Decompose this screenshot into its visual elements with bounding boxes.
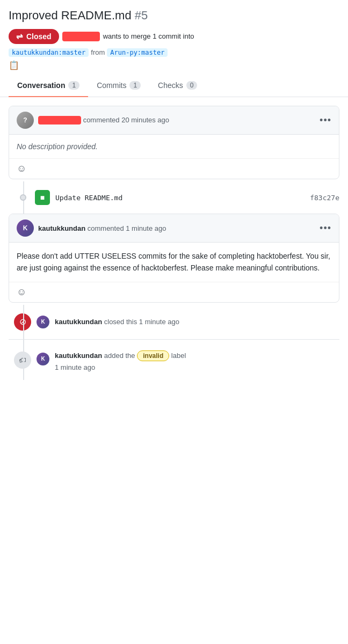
- avatar-2: K: [17, 219, 34, 237]
- emoji-button-2[interactable]: ☺: [17, 287, 26, 297]
- pr-number: #5: [135, 9, 148, 22]
- close-event-action: closed this: [104, 318, 137, 326]
- branch-source[interactable]: Arun-py:master: [107, 48, 168, 57]
- pr-meta-row: ⇌ Closed wants to merge 1 commit into: [9, 29, 339, 44]
- label-event-action-post: label: [171, 352, 186, 360]
- comment-card-2: K kautukkundan commented 1 minute ago ••…: [9, 214, 339, 303]
- emoji-row-2: ☺: [9, 282, 339, 302]
- tab-checks-count: 0: [186, 81, 198, 90]
- comment-header-left-2: K kautukkundan commented 1 minute ago: [17, 219, 166, 237]
- close-event-wrapper: ⊘ K kautukkundan closed this 1 minute ag…: [9, 305, 339, 339]
- label-event-wrapper: 🏷 K kautukkundan added the invalid label…: [9, 340, 339, 380]
- page-header: Improved README.md #5 ⇌ Closed wants to …: [0, 0, 348, 75]
- tab-conversation-label: Conversation: [17, 81, 65, 90]
- close-event-text: kautukkundan closed this 1 minute ago: [55, 318, 179, 326]
- tabs: Conversation 1 Commits 1 Checks 0: [0, 75, 348, 97]
- pr-title-text: Improved README.md: [9, 9, 132, 22]
- commit-message: Update README.md: [55, 194, 310, 202]
- branch-target[interactable]: kautukkundan:master: [9, 48, 89, 57]
- close-event-icon: ⊘: [14, 313, 31, 331]
- invalid-badge: invalid: [137, 350, 169, 361]
- tab-commits[interactable]: Commits 1: [88, 75, 149, 97]
- label-event-time: 1 minute ago: [55, 363, 95, 371]
- content-area: ? commented 20 minutes ago ••• No descri…: [0, 97, 348, 389]
- timeline-line-close: [23, 305, 24, 339]
- label-event-icon: 🏷: [14, 352, 31, 369]
- merge-description: wants to merge 1 commit into: [103, 31, 194, 42]
- label-event-actor[interactable]: kautukkundan: [55, 352, 102, 360]
- label-event-time-row: 1 minute ago: [55, 363, 186, 371]
- comment-body-2: Please don't add UTTER USELESS commits f…: [9, 243, 339, 282]
- comment-card-1: ? commented 20 minutes ago ••• No descri…: [9, 106, 339, 179]
- tab-checks[interactable]: Checks 0: [149, 75, 206, 97]
- timeline-line-label: [23, 340, 24, 380]
- comment-body-1: No description provided.: [9, 135, 339, 158]
- close-event: ⊘ K kautukkundan closed this 1 minute ag…: [9, 305, 339, 339]
- close-event-time: 1 minute ago: [139, 318, 179, 326]
- commit-icon: ■: [35, 190, 50, 205]
- commit-sha: f83c27e: [310, 194, 339, 202]
- emoji-row-1: ☺: [9, 158, 339, 179]
- comment-header-2: K kautukkundan commented 1 minute ago ••…: [9, 214, 339, 243]
- tab-conversation-count: 1: [68, 81, 79, 90]
- comment-header-left-1: ? commented 20 minutes ago: [17, 112, 169, 129]
- close-event-avatar: K: [37, 316, 49, 328]
- comment-text-1: No description provided.: [17, 142, 98, 151]
- commit-timeline-item: ■ Update README.md f83c27e: [9, 181, 339, 214]
- comment-meta-2: kautukkundan commented 1 minute ago: [38, 224, 166, 232]
- comment-text-2: Please don't add UTTER USELESS commits f…: [17, 252, 330, 272]
- comment-menu-1[interactable]: •••: [320, 115, 331, 126]
- comment-meta-1: commented 20 minutes ago: [38, 116, 169, 125]
- emoji-button-1[interactable]: ☺: [17, 163, 26, 174]
- merge-icon: ⇌: [16, 32, 23, 41]
- comment-time-1: commented 20 minutes ago: [83, 116, 169, 124]
- pr-title: Improved README.md #5: [9, 9, 339, 23]
- redacted-username: [62, 32, 100, 41]
- comment-menu-2[interactable]: •••: [320, 223, 331, 234]
- label-event-avatar: K: [37, 353, 49, 365]
- tab-checks-label: Checks: [158, 81, 183, 90]
- status-text: Closed: [26, 32, 52, 41]
- clipboard-button[interactable]: 📋: [9, 60, 19, 70]
- commenter-name-2[interactable]: kautukkundan: [38, 224, 85, 232]
- label-event-text: kautukkundan added the invalid label 1 m…: [55, 350, 186, 371]
- pr-subtitle-row: kautukkundan:master from Arun-py:master: [9, 48, 339, 57]
- label-event: 🏷 K kautukkundan added the invalid label…: [9, 340, 339, 380]
- comment-time-2: commented 1 minute ago: [88, 224, 166, 232]
- commit-dot: [20, 194, 26, 201]
- status-badge: ⇌ Closed: [9, 29, 59, 44]
- tab-conversation[interactable]: Conversation 1: [9, 75, 88, 97]
- avatar-1: ?: [17, 112, 34, 129]
- tab-commits-count: 1: [129, 81, 141, 90]
- close-event-actor[interactable]: kautukkundan: [55, 318, 102, 326]
- redacted-commenter: [38, 116, 81, 125]
- comment-header-1: ? commented 20 minutes ago •••: [9, 106, 339, 135]
- tab-commits-label: Commits: [97, 81, 126, 90]
- label-event-action-pre: added the: [104, 352, 135, 360]
- from-label: from: [91, 48, 105, 56]
